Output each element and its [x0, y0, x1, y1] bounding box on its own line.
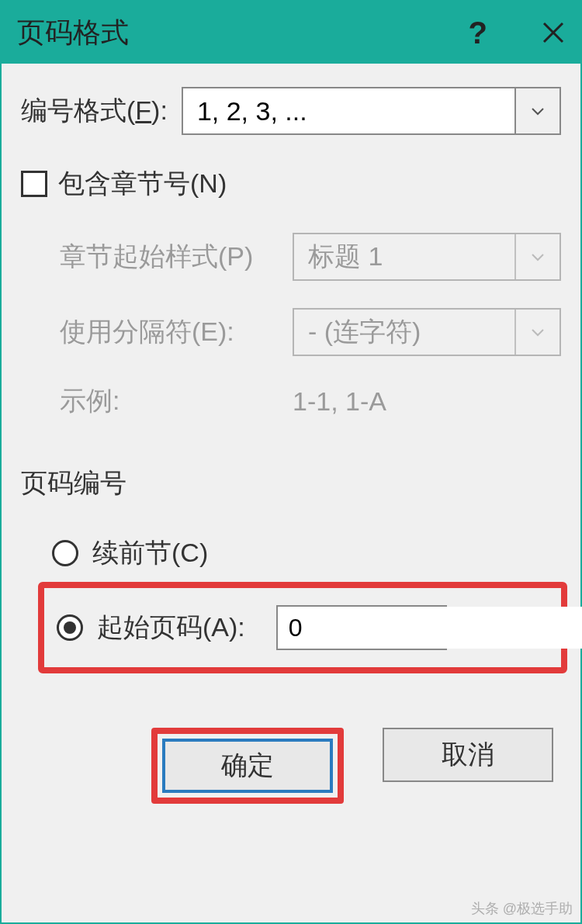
number-format-row: 编号格式(F): 1, 2, 3, ...: [21, 87, 561, 135]
page-number-format-dialog: 页码格式 ? 编号格式(F): 1, 2, 3, ... 包含章节号(N): [0, 0, 582, 924]
titlebar: 页码格式 ?: [2, 2, 580, 64]
separator-combo: - (连字符): [293, 308, 561, 356]
chapter-start-style-row: 章节起始样式(P) 标题 1: [60, 233, 561, 281]
chevron-down-icon: [514, 234, 559, 279]
continue-radio-label: 续前节(C): [92, 535, 208, 571]
page-numbering-section-title: 页码编号: [21, 465, 561, 501]
close-icon[interactable]: [542, 21, 565, 44]
include-chapter-label: 包含章节号(N): [58, 166, 227, 202]
ok-button-highlight: 确定: [151, 728, 344, 804]
number-format-value: 1, 2, 3, ...: [183, 96, 514, 126]
ok-button[interactable]: 确定: [162, 739, 333, 793]
separator-value: - (连字符): [294, 314, 514, 350]
chevron-down-icon: [514, 310, 559, 355]
watermark: 头条 @极选手助: [471, 899, 573, 918]
page-numbering-group: 续前节(C) 起始页码(A):: [21, 524, 561, 673]
include-chapter-checkbox-row[interactable]: 包含章节号(N): [21, 166, 561, 202]
start-at-spinner[interactable]: [276, 605, 447, 650]
number-format-label: 编号格式(F):: [21, 93, 168, 129]
cancel-button[interactable]: 取消: [383, 728, 553, 782]
start-at-highlight: 起始页码(A):: [38, 582, 567, 673]
continue-radio[interactable]: [52, 540, 78, 566]
dialog-content: 编号格式(F): 1, 2, 3, ... 包含章节号(N) 章节起始样式(P)…: [2, 64, 580, 819]
chapter-options-group: 章节起始样式(P) 标题 1 使用分隔符(E): - (连字符): [21, 233, 561, 419]
start-at-radio-label: 起始页码(A):: [97, 610, 245, 645]
dialog-buttons: 确定 取消: [21, 728, 561, 804]
example-value: 1-1, 1-A: [293, 386, 386, 417]
continue-radio-row[interactable]: 续前节(C): [44, 524, 561, 582]
help-icon[interactable]: ?: [469, 16, 487, 50]
chapter-start-style-combo: 标题 1: [293, 233, 561, 281]
start-at-radio[interactable]: [57, 614, 83, 641]
start-at-radio-row[interactable]: 起始页码(A):: [49, 594, 556, 661]
start-at-input[interactable]: [278, 607, 582, 649]
chapter-start-style-value: 标题 1: [294, 239, 514, 275]
dialog-title: 页码格式: [17, 14, 469, 52]
number-format-combo[interactable]: 1, 2, 3, ...: [182, 87, 561, 135]
separator-label: 使用分隔符(E):: [60, 314, 293, 350]
chevron-down-icon: [514, 88, 559, 133]
example-row: 示例: 1-1, 1-A: [60, 383, 561, 419]
example-label: 示例:: [60, 383, 293, 419]
separator-row: 使用分隔符(E): - (连字符): [60, 308, 561, 356]
chapter-start-style-label: 章节起始样式(P): [60, 239, 293, 275]
include-chapter-checkbox[interactable]: [21, 171, 47, 197]
